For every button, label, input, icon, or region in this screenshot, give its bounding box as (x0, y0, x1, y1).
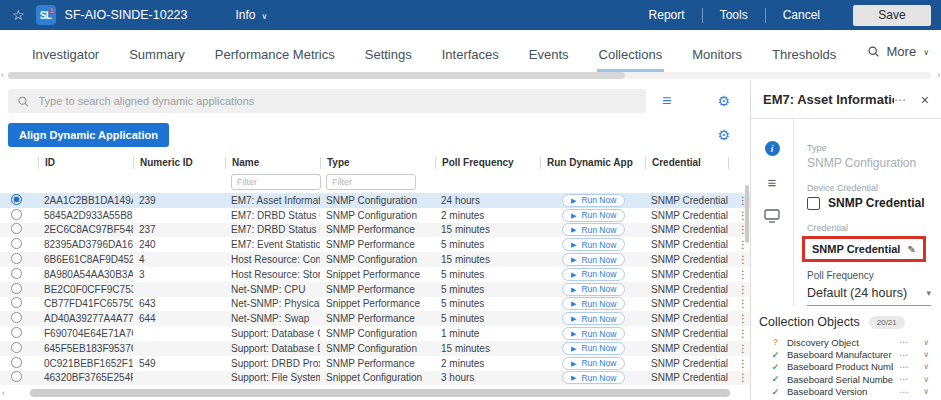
monitor-tab-icon[interactable] (764, 209, 780, 223)
more-menu[interactable]: More ∨ (857, 30, 941, 72)
tab-thresholds[interactable]: Thresholds (770, 35, 838, 72)
table-row[interactable]: 5845A2D933A55B8507A7B71EM7: DRBD Status … (0, 208, 750, 223)
scrollbar-thumb[interactable] (30, 389, 730, 397)
table-row[interactable]: 2AA1C2BB1DA149A8B1FFF34239EM7: Asset Inf… (0, 193, 750, 208)
report-button[interactable]: Report (632, 8, 702, 22)
panel-close-icon[interactable]: × (921, 92, 929, 108)
collection-object-row[interactable]: ✓Baseboard Serial Number⋯∨ (757, 373, 935, 385)
tab-events[interactable]: Events (527, 35, 571, 72)
expand-chevron-icon[interactable]: ∨ (923, 387, 929, 396)
tab-monitors[interactable]: Monitors (690, 35, 744, 72)
row-menu-kebab-icon[interactable]: ⋮ (734, 328, 748, 339)
run-now-button[interactable]: ▶Run Now (562, 297, 625, 310)
table-row[interactable]: AD40A39277A4A77873FA4D9644Net-SNMP: Swap… (0, 311, 750, 326)
run-now-button[interactable]: ▶Run Now (562, 342, 625, 355)
table-row[interactable]: 82395AD3796DA1638553E99240EM7: Event Sta… (0, 237, 750, 252)
row-menu-kebab-icon[interactable]: ⋮ (734, 358, 748, 369)
row-radio[interactable] (11, 268, 22, 279)
search-input[interactable] (37, 94, 638, 108)
collection-object-row[interactable]: ✓Baseboard Manufacturer⋯∨ (757, 348, 935, 360)
scroll-right-icon[interactable]: › (937, 70, 940, 80)
row-radio[interactable] (11, 342, 22, 353)
list-tab-icon[interactable]: ≡ (768, 177, 777, 188)
tab-collections[interactable]: Collections (597, 35, 665, 72)
tab-performance-metrics[interactable]: Performance Metrics (213, 35, 337, 72)
row-menu-kebab-icon[interactable]: ⋮ (734, 284, 748, 295)
more-options-icon[interactable]: ⋯ (899, 387, 908, 397)
row-radio[interactable] (11, 223, 22, 234)
expand-chevron-icon[interactable]: ∨ (923, 338, 929, 347)
more-options-icon[interactable]: ⋯ (899, 362, 908, 372)
row-radio[interactable] (11, 327, 22, 338)
table-row[interactable]: 2EC6C8AC97BF548B55513A0237EM7: DRBD Stat… (0, 223, 750, 238)
run-now-button[interactable]: ▶Run Now (562, 312, 625, 325)
more-options-icon[interactable]: ⋯ (899, 350, 908, 360)
run-now-button[interactable]: ▶Run Now (562, 223, 625, 236)
collection-object-row[interactable]: ✓Baseboard Version⋯∨ (757, 386, 935, 398)
tools-button[interactable]: Tools (703, 8, 765, 22)
more-options-icon[interactable]: ⋯ (899, 337, 908, 347)
table-horizontal-scrollbar[interactable]: ‹ (0, 388, 750, 400)
table-row[interactable]: 6B6E61C8AF9D452A3CE70AF4Host Resource: C… (0, 252, 750, 267)
table-row[interactable]: 645F5EB183F9537C60385382Support: Databas… (0, 341, 750, 356)
row-radio[interactable] (11, 253, 22, 264)
favorite-star-icon[interactable]: ☆ (12, 7, 25, 23)
run-now-button[interactable]: ▶Run Now (562, 194, 625, 207)
cancel-button[interactable]: Cancel (766, 8, 837, 22)
column-header-poll-frequency[interactable]: Poll Frequency (435, 157, 540, 169)
table-row[interactable]: 8A980A54AA30B3A3201B4263Host Resource: S… (0, 267, 750, 282)
expand-chevron-icon[interactable]: ∨ (923, 375, 929, 384)
column-header-name[interactable]: Name (225, 157, 320, 169)
table-row[interactable]: 46320BF3765E254FDC32DFBSupport: File Sys… (0, 371, 750, 386)
row-radio[interactable] (11, 297, 22, 308)
row-menu-kebab-icon[interactable]: ⋮ (734, 298, 748, 309)
run-now-button[interactable]: ▶Run Now (562, 209, 625, 222)
tab-summary[interactable]: Summary (127, 35, 187, 72)
panel-more-options-icon[interactable]: ⋯ (894, 93, 906, 107)
tab-investigator[interactable]: Investigator (30, 35, 101, 72)
run-now-button[interactable]: ▶Run Now (562, 253, 625, 266)
table-row[interactable]: BE2C0F0CFF9C7535FD86CCDNet-SNMP: CPUSNMP… (0, 282, 750, 297)
info-menu[interactable]: Info∨ (236, 8, 268, 22)
scrollbar-thumb[interactable] (8, 72, 625, 79)
checkbox-icon[interactable] (807, 197, 820, 210)
collection-object-row[interactable]: ?Discovery Object⋯∨ (757, 336, 935, 348)
run-now-button[interactable]: ▶Run Now (562, 238, 625, 251)
name-filter-input[interactable] (231, 174, 321, 190)
search-box[interactable] (8, 89, 646, 113)
align-dynamic-application-button[interactable]: Align Dynamic Application (8, 123, 169, 147)
row-radio[interactable] (11, 209, 22, 220)
row-radio[interactable] (11, 194, 22, 205)
row-menu-kebab-icon[interactable]: ⋮ (734, 343, 748, 354)
tab-interfaces[interactable]: Interfaces (440, 35, 501, 72)
scroll-left-icon[interactable]: ‹ (1, 70, 4, 80)
row-menu-kebab-icon[interactable]: ⋮ (734, 372, 748, 383)
row-radio[interactable] (11, 283, 22, 294)
column-header-id[interactable]: ID (38, 157, 133, 169)
tab-settings[interactable]: Settings (363, 35, 414, 72)
gear-icon[interactable]: ⚙ (717, 93, 730, 109)
expand-chevron-icon[interactable]: ∨ (923, 362, 929, 371)
row-radio[interactable] (11, 238, 22, 249)
table-row[interactable]: 0C921BEBF1652F1E3126CBB549Support: DRBD … (0, 356, 750, 371)
table-row[interactable]: CB77FD41FC65750746B78A7643Net-SNMP: Phys… (0, 297, 750, 312)
run-now-button[interactable]: ▶Run Now (562, 357, 625, 370)
sl1-logo[interactable]: SL1 (36, 5, 56, 25)
search-icon[interactable] (867, 45, 880, 58)
device-credential-option[interactable]: SNMP Credential (807, 196, 931, 210)
table-row[interactable]: F690704E64E71A7CC55347B4Support: Databas… (0, 326, 750, 341)
row-menu-kebab-icon[interactable]: ⋮ (734, 269, 748, 280)
row-radio[interactable] (11, 371, 22, 382)
tab-scrollbar[interactable]: ‹ › (0, 72, 941, 81)
info-tab-icon[interactable]: i (765, 141, 780, 156)
row-menu-kebab-icon[interactable]: ⋮ (734, 313, 748, 324)
row-radio[interactable] (11, 357, 22, 368)
run-now-button[interactable]: ▶Run Now (562, 371, 625, 384)
run-now-button[interactable]: ▶Run Now (562, 268, 625, 281)
table-settings-gear-icon[interactable]: ⚙ (717, 127, 730, 143)
vertical-scrollbar-thumb[interactable] (745, 185, 749, 243)
row-radio[interactable] (11, 312, 22, 323)
run-now-button[interactable]: ▶Run Now (562, 283, 625, 296)
save-button[interactable]: Save (853, 5, 931, 26)
column-header-credential[interactable]: Credential (645, 157, 728, 169)
